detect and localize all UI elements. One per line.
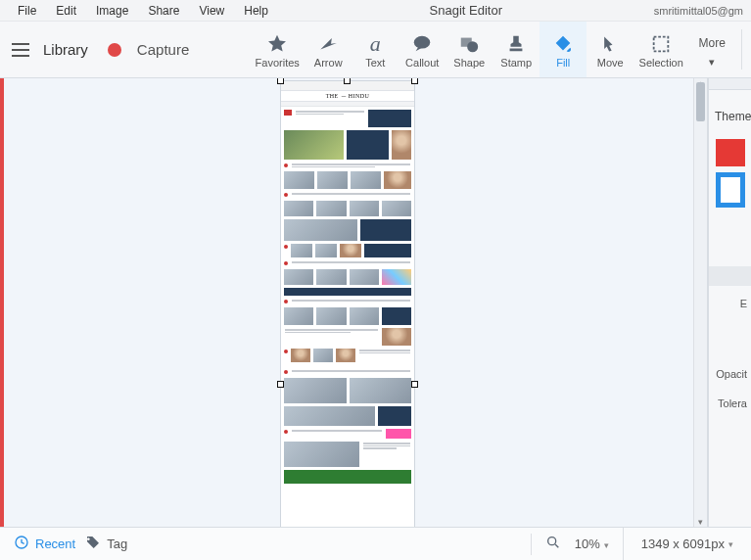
toolbar-ribbon: Library Capture Favorites Arrow a Text C… bbox=[0, 22, 751, 78]
menu-view[interactable]: View bbox=[189, 4, 234, 18]
text-icon: a bbox=[370, 31, 381, 57]
resize-handle-e[interactable] bbox=[411, 381, 418, 388]
dimensions-value: 1349 x 6091px bbox=[641, 537, 725, 551]
callout-icon bbox=[411, 31, 433, 57]
panel-section-divider bbox=[709, 266, 751, 286]
tool-stamp[interactable]: Stamp bbox=[493, 22, 540, 77]
menu-image[interactable]: Image bbox=[86, 4, 138, 18]
capture-masthead: THE ⸺ HINDU bbox=[281, 91, 414, 102]
scroll-down-icon[interactable]: ▾ bbox=[694, 517, 707, 527]
clock-icon bbox=[14, 535, 29, 553]
panel-e-label: E bbox=[715, 298, 747, 309]
zoom-dropdown[interactable]: 10%▾ bbox=[575, 537, 609, 551]
resize-handle-w[interactable] bbox=[277, 381, 284, 388]
tool-callout[interactable]: Callout bbox=[399, 22, 446, 77]
move-icon bbox=[600, 31, 620, 57]
arrow-icon bbox=[317, 31, 339, 57]
tool-label: Shape bbox=[453, 57, 485, 69]
menu-help[interactable]: Help bbox=[234, 4, 278, 18]
more-label: More bbox=[699, 30, 726, 56]
tool-favorites[interactable]: Favorites bbox=[250, 22, 305, 77]
color-swatch-red[interactable] bbox=[716, 139, 745, 166]
recent-button[interactable]: Recent bbox=[14, 535, 75, 553]
tool-more[interactable]: More ▾ bbox=[688, 22, 735, 77]
panel-tolerance-label: Tolera bbox=[715, 397, 747, 409]
tool-fill[interactable]: Fill bbox=[540, 22, 587, 77]
svg-point-5 bbox=[547, 537, 555, 545]
tag-icon bbox=[85, 535, 101, 553]
properties-panel: Theme E Opacit Tolera bbox=[708, 78, 751, 527]
panel-theme-label: Theme bbox=[715, 110, 747, 123]
tool-label: Move bbox=[597, 57, 624, 69]
resize-handle-n[interactable] bbox=[344, 78, 351, 84]
resize-handle-nw[interactable] bbox=[277, 78, 284, 84]
tool-move[interactable]: Move bbox=[587, 22, 634, 77]
scrollbar-thumb[interactable] bbox=[696, 82, 705, 121]
status-bar: Recent Tag 10%▾ 1349 x 6091px▾ bbox=[0, 527, 751, 560]
tool-label: Favorites bbox=[256, 57, 300, 69]
recent-label: Recent bbox=[35, 537, 75, 551]
svg-point-2 bbox=[467, 41, 478, 52]
shape-icon bbox=[458, 31, 480, 57]
record-icon[interactable] bbox=[108, 43, 121, 57]
tool-arrow[interactable]: Arrow bbox=[305, 22, 352, 77]
tool-label: Fill bbox=[556, 57, 570, 69]
svg-rect-3 bbox=[654, 36, 669, 51]
menu-bar: File Edit Image Share View Help Snagit E… bbox=[0, 0, 751, 22]
menu-file[interactable]: File bbox=[8, 4, 46, 18]
user-account[interactable]: smritimittal05@gm bbox=[654, 5, 743, 17]
tool-text[interactable]: a Text bbox=[352, 22, 399, 77]
tool-label: Selection bbox=[639, 57, 683, 69]
menu-edit[interactable]: Edit bbox=[46, 4, 86, 18]
capture-button[interactable]: Capture bbox=[137, 41, 189, 58]
app-title: Snagit Editor bbox=[278, 3, 654, 18]
zoom-search-icon[interactable] bbox=[545, 535, 561, 553]
fill-icon bbox=[552, 31, 574, 57]
stamp-icon bbox=[505, 31, 527, 57]
tool-label: Callout bbox=[405, 57, 439, 69]
tag-label: Tag bbox=[107, 537, 127, 551]
tool-label: Arrow bbox=[314, 57, 343, 69]
panel-opacity-label: Opacit bbox=[715, 368, 747, 380]
selection-icon bbox=[650, 31, 672, 57]
library-button[interactable]: Library bbox=[43, 41, 88, 58]
hamburger-icon[interactable] bbox=[12, 43, 29, 57]
work-area: THE ⸺ HINDU bbox=[0, 78, 751, 527]
chevron-down-icon: ▾ bbox=[728, 539, 733, 549]
canvas-scrollbar[interactable]: ▴ ▾ bbox=[693, 78, 707, 527]
tool-label: Text bbox=[365, 57, 385, 69]
tool-shape[interactable]: Shape bbox=[446, 22, 493, 77]
resize-handle-ne[interactable] bbox=[411, 78, 418, 84]
chevron-down-icon: ▾ bbox=[709, 56, 715, 69]
star-icon bbox=[266, 31, 288, 57]
chevron-down-icon: ▾ bbox=[604, 540, 609, 550]
tool-selection[interactable]: Selection bbox=[634, 22, 688, 77]
tag-button[interactable]: Tag bbox=[85, 535, 127, 553]
canvas-viewport[interactable]: THE ⸺ HINDU bbox=[4, 78, 708, 527]
svg-point-0 bbox=[414, 35, 431, 48]
color-swatch-blue-outline[interactable] bbox=[716, 172, 745, 208]
toolbar-divider bbox=[741, 29, 742, 70]
dimensions-dropdown[interactable]: 1349 x 6091px▾ bbox=[623, 528, 751, 560]
captured-image[interactable]: THE ⸺ HINDU bbox=[280, 80, 415, 527]
tool-label: Stamp bbox=[500, 57, 532, 69]
menu-share[interactable]: Share bbox=[138, 4, 189, 18]
